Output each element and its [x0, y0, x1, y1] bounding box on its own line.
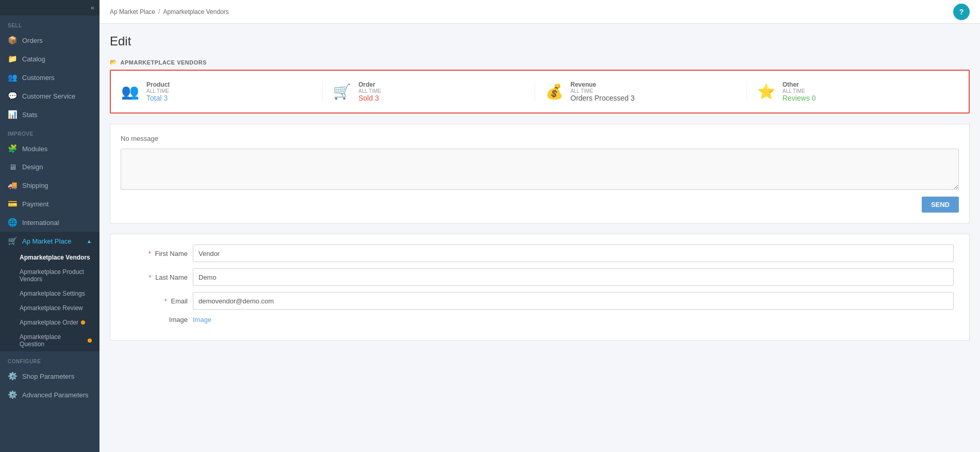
breadcrumb-separator: /	[158, 8, 160, 15]
sidebar-sub-item-apmarketplace-product-vendors[interactable]: Apmarketplace Product Vendors	[0, 265, 99, 286]
section-header: 📂 APMARKETPLACE VENDORS	[110, 59, 970, 66]
breadcrumb-current: Apmarketplace Vendors	[163, 8, 228, 15]
modules-icon: 🧩	[8, 144, 17, 153]
email-required: *	[164, 297, 167, 305]
form-row-email: * Email	[126, 292, 954, 310]
order-icon: 🛒	[333, 83, 351, 100]
stat-revenue-time: ALL TIME	[571, 88, 635, 94]
shop-parameters-icon: ⚙️	[8, 372, 17, 381]
revenue-icon: 💰	[545, 83, 563, 100]
sidebar-sub-item-apmarketplace-question[interactable]: Apmarketplace Question	[0, 330, 99, 351]
main-content: Ap Market Place / Apmarketplace Vendors …	[99, 0, 980, 452]
content-area: Edit 📂 APMARKETPLACE VENDORS 👥 Product A…	[99, 24, 980, 452]
shipping-icon: 🚚	[8, 181, 17, 190]
sidebar-item-shop-parameters[interactable]: ⚙️ Shop Parameters	[0, 367, 99, 385]
sidebar-sub-item-apmarketplace-review[interactable]: Apmarketplace Review	[0, 301, 99, 315]
sidebar-item-ap-market-place[interactable]: 🛒 Ap Market Place ▲	[0, 232, 99, 250]
last-name-label: * Last Name	[126, 273, 188, 281]
image-link[interactable]: Image	[193, 316, 211, 324]
folder-icon: 📂	[110, 59, 118, 66]
stat-product-value: Total 3	[146, 94, 170, 102]
sidebar-item-shipping[interactable]: 🚚 Shipping	[0, 176, 99, 195]
stat-product-info: Product ALL TIME Total 3	[146, 81, 170, 102]
form-row-first-name: * First Name	[126, 245, 954, 262]
stat-order-info: Order ALL TIME Sold 3	[358, 81, 381, 102]
sidebar-item-modules[interactable]: 🧩 Modules	[0, 139, 99, 158]
last-name-input[interactable]	[193, 268, 954, 286]
orders-icon: 📦	[8, 36, 17, 45]
design-icon: 🖥	[8, 163, 17, 171]
sidebar-item-design[interactable]: 🖥 Design	[0, 158, 99, 176]
stat-other-time: ALL TIME	[783, 88, 816, 94]
ap-market-place-submenu: Apmarketplace Vendors Apmarketplace Prod…	[0, 250, 99, 351]
stat-order[interactable]: 🛒 Order ALL TIME Sold 3	[323, 81, 535, 102]
sidebar-item-advanced-parameters[interactable]: ⚙️ Advanced Parameters	[0, 385, 99, 404]
stats-icon: 📊	[8, 110, 17, 119]
ap-market-place-icon: 🛒	[8, 236, 17, 246]
page-title: Edit	[110, 34, 970, 49]
stat-product-time: ALL TIME	[146, 88, 170, 94]
customer-service-icon: 💬	[8, 91, 17, 101]
stat-revenue-info: Revenue ALL TIME Orders Processed 3	[571, 81, 635, 102]
stat-order-value: Sold 3	[358, 94, 381, 102]
stat-other[interactable]: ⭐ Other ALL TIME Reviews 0	[747, 81, 958, 102]
sidebar-item-orders[interactable]: 📦 Orders	[0, 31, 99, 50]
sidebar-item-stats[interactable]: 📊 Stats	[0, 105, 99, 124]
payment-icon: 💳	[8, 199, 17, 208]
sidebar-item-payment[interactable]: 💳 Payment	[0, 195, 99, 213]
catalog-icon: 📁	[8, 54, 17, 63]
order-badge	[81, 320, 85, 325]
sidebar-item-catalog[interactable]: 📁 Catalog	[0, 50, 99, 68]
stat-other-value: Reviews 0	[783, 94, 816, 102]
stat-product[interactable]: 👥 Product ALL TIME Total 3	[121, 81, 323, 102]
stat-order-time: ALL TIME	[358, 88, 381, 94]
form-row-image: Image Image	[126, 316, 954, 324]
sidebar-item-customers[interactable]: 👥 Customers	[0, 68, 99, 87]
help-button[interactable]: ?	[953, 4, 970, 20]
stat-other-info: Other ALL TIME Reviews 0	[783, 81, 816, 102]
no-message-text: No message	[121, 135, 959, 142]
question-badge	[88, 338, 92, 343]
breadcrumb: Ap Market Place / Apmarketplace Vendors	[110, 8, 229, 15]
message-textarea[interactable]	[121, 149, 959, 190]
sidebar-toggle[interactable]: «	[0, 0, 99, 15]
advanced-parameters-icon: ⚙️	[8, 390, 17, 399]
sidebar-sub-item-apmarketplace-settings[interactable]: Apmarketplace Settings	[0, 286, 99, 301]
product-icon: 👥	[121, 83, 139, 100]
email-input[interactable]	[193, 292, 954, 310]
stat-other-label: Other	[783, 81, 816, 88]
sidebar-item-international[interactable]: 🌐 International	[0, 213, 99, 232]
breadcrumb-ap-market-place[interactable]: Ap Market Place	[110, 8, 155, 15]
email-label: * Email	[126, 297, 188, 305]
stat-product-label: Product	[146, 81, 170, 88]
other-icon: ⭐	[757, 83, 775, 100]
first-name-input[interactable]	[193, 245, 954, 262]
chevron-up-icon: ▲	[87, 238, 92, 244]
sidebar-sub-item-apmarketplace-order[interactable]: Apmarketplace Order	[0, 315, 99, 330]
customers-icon: 👥	[8, 73, 17, 82]
international-icon: 🌐	[8, 218, 17, 227]
sidebar-section-improve: IMPROVE	[0, 124, 99, 139]
sidebar: « SELL 📦 Orders 📁 Catalog 👥 Customers 💬 …	[0, 0, 99, 452]
first-name-label: * First Name	[126, 250, 188, 257]
stats-card: 👥 Product ALL TIME Total 3 🛒 Order ALL T…	[110, 70, 970, 114]
form-section: * First Name * Last Name * Email	[110, 234, 970, 341]
form-row-last-name: * Last Name	[126, 268, 954, 286]
message-section: No message SEND	[110, 124, 970, 223]
stat-revenue-label: Revenue	[571, 81, 635, 88]
stat-revenue-value: Orders Processed 3	[571, 94, 635, 102]
send-button[interactable]: SEND	[922, 197, 959, 213]
sidebar-sub-item-apmarketplace-vendors[interactable]: Apmarketplace Vendors	[0, 250, 99, 265]
sidebar-section-sell: SELL	[0, 15, 99, 31]
last-name-required: *	[148, 273, 151, 281]
topbar: Ap Market Place / Apmarketplace Vendors …	[99, 0, 980, 24]
first-name-required: *	[148, 250, 151, 257]
stat-revenue[interactable]: 💰 Revenue ALL TIME Orders Processed 3	[535, 81, 747, 102]
image-label: Image	[126, 316, 188, 324]
sidebar-item-customer-service[interactable]: 💬 Customer Service	[0, 87, 99, 105]
stat-order-label: Order	[358, 81, 381, 88]
sidebar-section-configure: CONFIGURE	[0, 351, 99, 367]
